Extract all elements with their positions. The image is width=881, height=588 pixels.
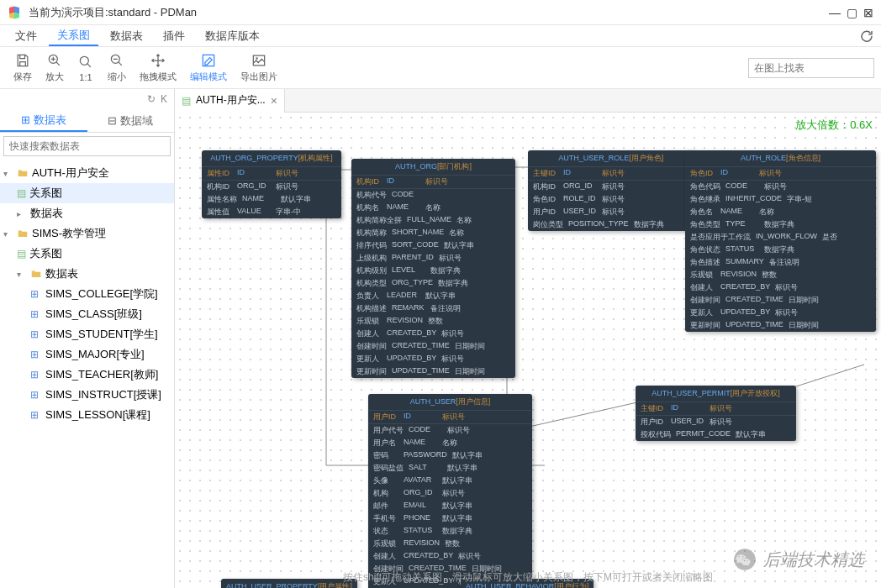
entity-auth-org-property[interactable]: AUTH_ORG_PROPERTY[机构属性]属性IDID标识号机构IDORG_… bbox=[202, 150, 341, 218]
folder-icon bbox=[17, 228, 29, 239]
window-title: 当前为演示项目:standard - PDMan bbox=[29, 5, 829, 20]
refresh-icon[interactable] bbox=[859, 29, 874, 44]
toolbar: 保存 放大 1:1 缩小 拖拽模式 编辑模式 导出图片 bbox=[0, 47, 881, 89]
relation-icon: ▤ bbox=[17, 248, 26, 260]
entity-auth-user[interactable]: AUTH_USER[用户信息]用户IDID标识号用户代号CODE标识号用户名NA… bbox=[368, 394, 532, 588]
tree-table[interactable]: ⊞SIMS_STUDENT[学生] bbox=[0, 324, 174, 344]
tree-table[interactable]: ⊞SIMS_INSTRUCT[授课] bbox=[0, 385, 174, 405]
app-logo-icon bbox=[7, 5, 22, 20]
tree-relation-auth[interactable]: ▤关系图 bbox=[0, 183, 174, 203]
tree-group-auth[interactable]: ▾AUTH-用户安全 bbox=[0, 163, 174, 183]
save-button[interactable]: 保存 bbox=[7, 50, 39, 85]
zoom-ratio-button[interactable]: 1:1 bbox=[71, 52, 101, 84]
menubar: 文件 关系图 数据表 插件 数据库版本 bbox=[0, 25, 881, 47]
sidebar: ↻ K ⊞数据表 ⊟数据域 ▾AUTH-用户安全 ▤关系图 ▸数据表 ▾SIMS… bbox=[0, 89, 175, 588]
relation-icon: ▤ bbox=[182, 95, 191, 107]
entity-auth-org[interactable]: AUTH_ORG[部门机构]机构IDID标识号机构代号CODE机构名NAME名称… bbox=[351, 159, 515, 378]
watermark: 后端技术精选 bbox=[733, 548, 864, 571]
folder-icon bbox=[30, 268, 42, 280]
tree-table[interactable]: ⊞SIMS_MAJOR[专业] bbox=[0, 344, 174, 365]
edit-mode-button[interactable]: 编辑模式 bbox=[183, 50, 234, 85]
tree-table[interactable]: ⊞SIMS_LESSON[课程] bbox=[0, 405, 174, 425]
titlebar: 当前为演示项目:standard - PDMan — ▢ ⊠ bbox=[0, 0, 881, 25]
tree-table[interactable]: ⊞SIMS_COLLEGE[学院] bbox=[0, 284, 174, 304]
menu-file[interactable]: 文件 bbox=[7, 27, 45, 45]
sidebar-tab-domains[interactable]: ⊟数据域 bbox=[87, 109, 175, 132]
tab-close-icon[interactable]: × bbox=[271, 94, 277, 108]
tree-tables-folder-sims[interactable]: ▾数据表 bbox=[0, 264, 174, 284]
window-controls: — ▢ ⊠ bbox=[829, 7, 874, 18]
content-area: ▤ AUTH-用户安... × 放大倍数：0.6X AUTH_ORG_PROPE… bbox=[175, 89, 881, 588]
table-icon: ⊞ bbox=[30, 389, 42, 401]
menu-dbversion[interactable]: 数据库版本 bbox=[197, 27, 268, 45]
tab-label: AUTH-用户安... bbox=[196, 93, 266, 108]
tree: ▾AUTH-用户安全 ▤关系图 ▸数据表 ▾SIMS-教学管理 ▤关系图 ▾数据… bbox=[0, 160, 174, 588]
tree-tables-folder-auth[interactable]: ▸数据表 bbox=[0, 203, 174, 223]
entity-auth-role[interactable]: AUTH_ROLE[角色信息]角色IDID标识号角色代码CODE标识号角色继承I… bbox=[685, 150, 876, 332]
tree-table[interactable]: ⊞SIMS_TEACHER[教师] bbox=[0, 365, 174, 385]
table-icon: ⊞ bbox=[30, 308, 42, 320]
refresh-tree-icon[interactable]: ↻ bbox=[147, 93, 156, 105]
menu-relation[interactable]: 关系图 bbox=[49, 26, 98, 46]
close-icon[interactable]: ⊠ bbox=[863, 7, 874, 18]
minimize-icon[interactable]: — bbox=[829, 7, 841, 18]
zoomout-button[interactable]: 缩小 bbox=[101, 50, 133, 85]
maximize-icon[interactable]: ▢ bbox=[846, 7, 857, 18]
export-image-button[interactable]: 导出图片 bbox=[234, 50, 284, 85]
menu-table[interactable]: 数据表 bbox=[102, 27, 151, 45]
zoom-indicator: 放大倍数：0.6X bbox=[795, 118, 873, 133]
collapse-tree-icon[interactable]: K bbox=[161, 93, 167, 105]
editor-tabs: ▤ AUTH-用户安... × bbox=[175, 89, 881, 113]
wechat-icon bbox=[733, 548, 757, 571]
table-icon: ⊞ bbox=[30, 349, 42, 360]
tree-relation-sims[interactable]: ▤关系图 bbox=[0, 244, 174, 264]
menu-plugin[interactable]: 插件 bbox=[155, 27, 193, 45]
table-icon: ⊞ bbox=[30, 369, 42, 381]
relation-icon: ▤ bbox=[17, 187, 26, 199]
canvas-hint: 按住shift可拖动关系图，滑动鼠标可放大缩小关系图，按下M可打开或者关闭缩略图 bbox=[175, 570, 881, 585]
folder-icon bbox=[17, 167, 29, 179]
tree-group-sims[interactable]: ▾SIMS-教学管理 bbox=[0, 223, 174, 244]
table-icon: ⊞ bbox=[30, 288, 42, 300]
svg-point-3 bbox=[256, 57, 258, 60]
entity-auth-user-permit[interactable]: AUTH_USER_PERMIT[用户开放授权]主键IDID标识号用户IDUSE… bbox=[636, 386, 796, 441]
editor-tab[interactable]: ▤ AUTH-用户安... × bbox=[175, 89, 285, 113]
drag-mode-button[interactable]: 拖拽模式 bbox=[133, 50, 183, 85]
canvas-search-input[interactable] bbox=[748, 58, 874, 78]
table-icon: ⊞ bbox=[30, 409, 42, 421]
entity-auth-user-role[interactable]: AUTH_USER_ROLE[用户角色]主键IDID标识号机构IDORG_ID标… bbox=[528, 150, 694, 231]
sidebar-tools: ↻ K bbox=[0, 89, 174, 109]
tree-table[interactable]: ⊞SIMS_CLASS[班级] bbox=[0, 304, 174, 324]
table-icon: ⊞ bbox=[30, 328, 42, 340]
sidebar-tab-tables[interactable]: ⊞数据表 bbox=[0, 109, 87, 132]
diagram-canvas[interactable]: 放大倍数：0.6X AUTH_ORG_PROPERTY[机构属性]属性IDID标… bbox=[175, 113, 881, 588]
sidebar-search-input[interactable] bbox=[3, 136, 171, 156]
zoomin-button[interactable]: 放大 bbox=[39, 50, 71, 85]
